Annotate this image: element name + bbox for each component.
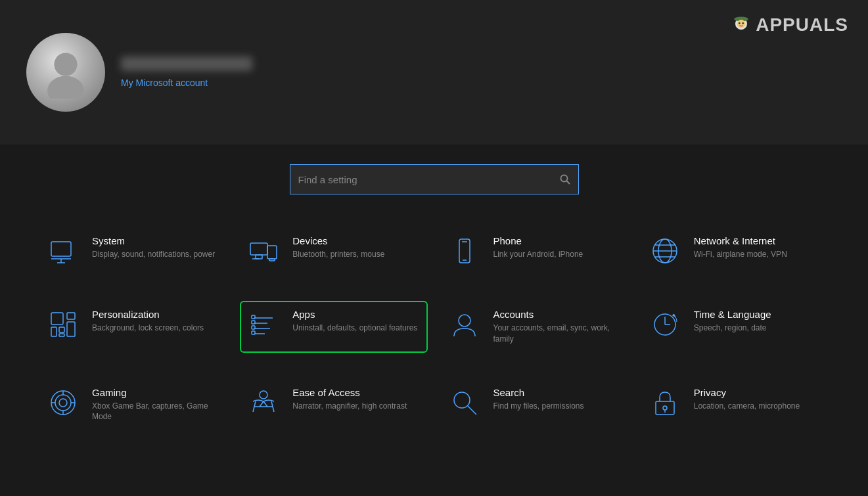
settings-text-search: Search Find my files, permissions: [493, 387, 584, 412]
avatar: [26, 33, 105, 112]
svg-point-4: [737, 20, 746, 28]
settings-item-privacy[interactable]: Privacy Location, camera, microphone: [641, 379, 829, 431]
svg-point-7: [560, 175, 567, 182]
profile-info: My Microsoft account: [121, 56, 252, 88]
settings-item-network[interactable]: Network & Internet Wi-Fi, airplane mode,…: [641, 227, 829, 275]
search-icon: [449, 387, 480, 418]
svg-point-56: [663, 406, 667, 410]
svg-rect-28: [59, 327, 64, 332]
svg-point-0: [54, 53, 77, 76]
settings-title-devices: Devices: [292, 235, 384, 246]
settings-text-time: Time & Language Speech, region, date: [694, 309, 771, 334]
profile-header: My Microsoft account APPUALS: [0, 0, 868, 145]
settings-desc-ease: Narrator, magnifier, high contrast: [292, 401, 407, 412]
settings-desc-time: Speech, region, date: [694, 323, 771, 334]
settings-text-personalization: Personalization Background, lock screen,…: [92, 309, 204, 334]
settings-desc-search: Find my files, permissions: [493, 401, 584, 412]
settings-title-gaming: Gaming: [92, 387, 219, 398]
settings-title-phone: Phone: [493, 235, 583, 246]
phone-icon: [449, 235, 480, 267]
settings-item-ease[interactable]: Ease of Access Narrator, magnifier, high…: [240, 379, 427, 431]
gaming-icon: [47, 387, 79, 418]
search-input[interactable]: [298, 174, 560, 185]
settings-text-privacy: Privacy Location, camera, microphone: [694, 387, 800, 412]
accounts-icon: [449, 309, 480, 340]
settings-text-apps: Apps Uninstall, defaults, optional featu…: [292, 309, 417, 334]
settings-desc-accounts: Your accounts, email, sync, work, family: [493, 323, 620, 345]
settings-title-apps: Apps: [292, 309, 417, 320]
watermark-logo: APPUALS: [729, 13, 848, 37]
watermark-text: APPUALS: [756, 14, 848, 35]
settings-text-gaming: Gaming Xbox Game Bar, captures, Game Mod…: [92, 387, 219, 423]
svg-rect-37: [252, 321, 255, 324]
settings-item-personalization[interactable]: Personalization Background, lock screen,…: [39, 301, 227, 353]
search-container: [39, 164, 829, 194]
settings-desc-personalization: Background, lock screen, colors: [92, 323, 204, 334]
svg-line-54: [468, 406, 476, 415]
settings-title-network: Network & Internet: [694, 235, 787, 246]
svg-rect-14: [267, 246, 277, 259]
settings-item-search[interactable]: Search Find my files, permissions: [441, 379, 628, 431]
svg-point-5: [739, 22, 741, 24]
settings-desc-gaming: Xbox Game Bar, captures, Game Mode: [92, 401, 219, 423]
settings-title-system: System: [92, 235, 215, 246]
svg-line-8: [566, 181, 570, 185]
settings-desc-apps: Uninstall, defaults, optional features: [292, 323, 417, 334]
svg-rect-29: [67, 313, 75, 319]
personalization-icon: [47, 309, 79, 340]
svg-point-53: [454, 392, 470, 408]
svg-rect-36: [252, 315, 255, 319]
settings-item-time[interactable]: Time & Language Speech, region, date: [641, 301, 829, 353]
svg-rect-13: [250, 243, 267, 255]
privacy-icon: [649, 387, 681, 418]
search-box[interactable]: [290, 164, 579, 194]
settings-title-privacy: Privacy: [694, 387, 800, 398]
svg-rect-18: [459, 239, 470, 263]
search-button[interactable]: [560, 174, 570, 185]
svg-rect-27: [51, 327, 57, 336]
settings-item-apps[interactable]: Apps Uninstall, defaults, optional featu…: [240, 301, 427, 353]
settings-title-time: Time & Language: [694, 309, 771, 320]
settings-text-devices: Devices Bluetooth, printers, mouse: [292, 235, 384, 260]
svg-rect-26: [51, 313, 63, 325]
svg-rect-30: [67, 322, 75, 336]
settings-title-accounts: Accounts: [493, 309, 620, 320]
svg-point-40: [459, 315, 470, 327]
settings-text-system: System Display, sound, notifications, po…: [92, 235, 215, 260]
time-icon: [649, 309, 681, 340]
settings-text-phone: Phone Link your Android, iPhone: [493, 235, 583, 260]
settings-main: System Display, sound, notifications, po…: [0, 145, 868, 443]
svg-point-6: [742, 22, 744, 24]
settings-item-gaming[interactable]: Gaming Xbox Game Bar, captures, Game Mod…: [39, 379, 227, 431]
svg-rect-39: [252, 331, 255, 334]
devices-icon: [248, 235, 279, 267]
settings-title-ease: Ease of Access: [292, 387, 407, 398]
settings-desc-privacy: Location, camera, microphone: [694, 401, 800, 412]
settings-desc-phone: Link your Android, iPhone: [493, 249, 583, 260]
svg-rect-15: [256, 255, 262, 259]
settings-text-network: Network & Internet Wi-Fi, airplane mode,…: [694, 235, 787, 260]
settings-grid: System Display, sound, notifications, po…: [39, 227, 829, 430]
svg-point-1: [47, 76, 84, 99]
apps-icon: [248, 309, 279, 340]
system-icon: [47, 235, 79, 267]
svg-rect-31: [59, 334, 64, 336]
svg-point-46: [59, 399, 67, 407]
settings-item-phone[interactable]: Phone Link your Android, iPhone: [441, 227, 628, 275]
network-icon: [649, 235, 681, 267]
settings-title-personalization: Personalization: [92, 309, 204, 320]
svg-point-51: [260, 391, 267, 399]
settings-text-accounts: Accounts Your accounts, email, sync, wor…: [493, 309, 620, 345]
settings-item-accounts[interactable]: Accounts Your accounts, email, sync, wor…: [441, 301, 628, 353]
ease-icon: [248, 387, 279, 418]
settings-item-devices[interactable]: Devices Bluetooth, printers, mouse: [240, 227, 427, 275]
my-microsoft-account-link[interactable]: My Microsoft account: [121, 78, 252, 88]
settings-text-ease: Ease of Access Narrator, magnifier, high…: [292, 387, 407, 412]
svg-rect-9: [51, 242, 71, 256]
settings-desc-devices: Bluetooth, printers, mouse: [292, 249, 384, 260]
watermark-icon-svg: [729, 13, 753, 37]
svg-rect-17: [269, 259, 275, 261]
svg-point-45: [55, 395, 71, 411]
settings-title-search: Search: [493, 387, 584, 398]
settings-item-system[interactable]: System Display, sound, notifications, po…: [39, 227, 227, 275]
